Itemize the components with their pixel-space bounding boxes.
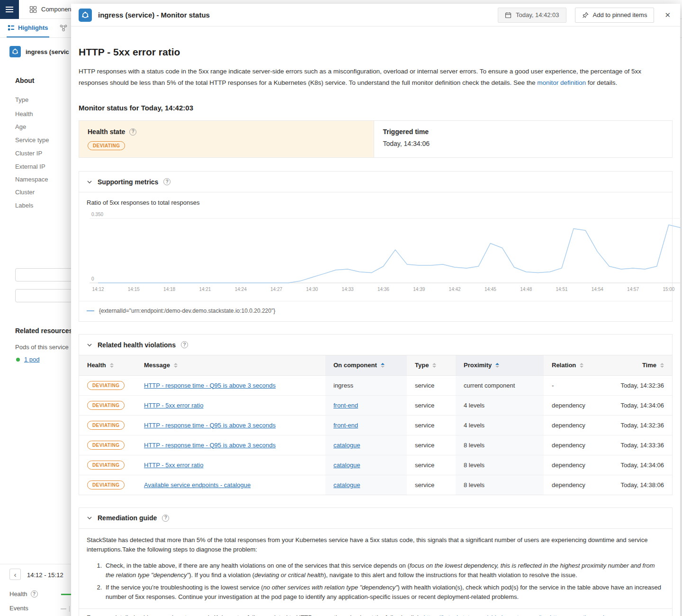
table-row: DEVIATING HTTP - response time - Q95 is …: [79, 415, 672, 435]
pod-link[interactable]: 1 pod: [24, 356, 40, 363]
help-icon[interactable]: ?: [31, 590, 38, 598]
table-row: DEVIATING HTTP - response time - Q95 is …: [79, 435, 672, 455]
about-section-title: About: [15, 77, 34, 84]
relation-cell: dependency: [544, 415, 600, 435]
violation-message-link[interactable]: HTTP - response time - Q95 is above 3 se…: [144, 422, 276, 429]
svg-text:14:48: 14:48: [520, 287, 532, 292]
remediation-steps: Check, in the table above, if there are …: [87, 561, 664, 602]
add-to-pinned-button[interactable]: Add to pinned items: [575, 8, 655, 23]
monitor-description: HTTP responses with a status code in the…: [79, 66, 673, 89]
table-row: DEVIATING HTTP - response time - Q95 is …: [79, 375, 672, 395]
timeline-range: 14:12 - 15:12: [27, 571, 63, 579]
hamburger-icon: [6, 7, 13, 8]
service-icon: [9, 46, 21, 57]
tab-highlights-label: Highlights: [18, 24, 48, 31]
component-link[interactable]: catalogue: [333, 462, 360, 469]
column-header-health[interactable]: Health: [79, 355, 136, 375]
proximity-cell: 8 levels: [456, 455, 544, 475]
time-cell: Today, 14:33:36: [600, 435, 672, 455]
modal-title: ingress (service) - Monitor status: [98, 11, 210, 19]
message-cell: Available service endpoints - catalogue: [136, 475, 325, 495]
timeline-divider: [0, 564, 71, 564]
proximity-cell: 4 levels: [456, 415, 544, 435]
svg-text:14:12: 14:12: [92, 287, 104, 292]
svg-text:14:15: 14:15: [128, 287, 140, 292]
pod-row: 1 pod: [16, 356, 40, 363]
related-resources-title: Related resources: [15, 327, 72, 335]
svg-text:14:45: 14:45: [485, 287, 496, 292]
related-violations-header[interactable]: Related health violations ?: [79, 335, 672, 355]
component-title: ingress (servic: [26, 48, 69, 55]
supporting-metrics-section: Supporting metrics ? Ratio of 5xx respon…: [79, 171, 673, 322]
column-header-time[interactable]: Time: [600, 355, 672, 375]
proximity-cell: 8 levels: [456, 475, 544, 495]
monitor-definition-link[interactable]: monitor definition: [537, 79, 586, 86]
svg-text:14:36: 14:36: [377, 287, 389, 292]
chart-title: Ratio of 5xx responses to total response…: [87, 199, 664, 206]
column-header-type[interactable]: Type: [407, 355, 456, 375]
column-header-relation[interactable]: Relation: [544, 355, 600, 375]
remediation-intro: StackState has detected that more than 5…: [87, 535, 664, 554]
sort-icon: [174, 363, 178, 368]
help-icon[interactable]: ?: [181, 341, 188, 348]
remediation-header[interactable]: Remediation guide ?: [79, 508, 672, 529]
violation-message-link[interactable]: Available service endpoints - catalogue: [144, 481, 251, 489]
relation-cell: dependency: [544, 475, 600, 495]
column-header-proximity[interactable]: Proximity: [456, 355, 544, 375]
close-icon[interactable]: ✕: [663, 9, 673, 21]
proximity-cell: 8 levels: [456, 435, 544, 455]
deviating-badge: DEVIATING: [87, 421, 125, 430]
violation-message-link[interactable]: HTTP - response time - Q95 is above 3 se…: [144, 442, 276, 449]
message-cell: HTTP - 5xx error ratio: [136, 395, 325, 415]
remediation-doc-link[interactable]: https://l.stackstate.com/ui-kubernetes-m…: [424, 614, 616, 616]
proximity-cell: 4 levels: [456, 395, 544, 415]
chevron-down-icon: [87, 342, 92, 348]
components-nav[interactable]: Components: [29, 6, 76, 13]
violation-message-link[interactable]: HTTP - response time - Q95 is above 3 se…: [144, 382, 276, 389]
help-icon[interactable]: ?: [129, 128, 136, 136]
relation-cell: -: [544, 375, 600, 395]
field-label-namespace: Namespace: [15, 176, 48, 183]
svg-text:14:24: 14:24: [235, 287, 247, 292]
svg-text:14:42: 14:42: [449, 287, 461, 292]
deviating-badge: DEVIATING: [87, 480, 125, 489]
health-cell: DEVIATING: [79, 455, 136, 475]
component-cell: catalogue: [325, 475, 407, 495]
column-header-on-component[interactable]: On component: [325, 355, 407, 375]
supporting-metrics-header[interactable]: Supporting metrics ?: [79, 172, 672, 192]
component-link[interactable]: front-end: [333, 402, 358, 409]
hamburger-menu-button[interactable]: [0, 0, 19, 19]
datetime-picker-button[interactable]: Today, 14:42:03: [498, 8, 566, 23]
field-label-cluster-ip: Cluster IP: [15, 150, 42, 157]
violation-message-link[interactable]: HTTP - 5xx error ratio: [144, 462, 203, 469]
component-link[interactable]: catalogue: [333, 442, 360, 449]
message-cell: HTTP - response time - Q95 is above 3 se…: [136, 415, 325, 435]
sort-icon: [432, 363, 436, 368]
description-text-tail: for details.: [586, 79, 617, 86]
health-dot: [16, 358, 20, 362]
tab-topology[interactable]: [59, 19, 68, 37]
component-link[interactable]: catalogue: [333, 481, 360, 489]
proximity-cell: current component: [456, 375, 544, 395]
triggered-time-value: Today, 14:34:06: [383, 140, 430, 147]
svg-text:15:00: 15:00: [663, 287, 674, 292]
violation-message-link[interactable]: HTTP - 5xx error ratio: [144, 402, 203, 409]
tab-highlights[interactable]: Highlights: [7, 19, 49, 37]
column-header-message[interactable]: Message: [136, 355, 325, 375]
help-icon[interactable]: ?: [163, 178, 170, 185]
metrics-line-chart: 0.350014:1214:1514:1814:2114:2414:2714:3…: [87, 211, 681, 296]
svg-text:0: 0: [91, 276, 94, 281]
component-cell: catalogue: [325, 435, 407, 455]
component-cell: ingress: [325, 375, 407, 395]
service-icon: [79, 9, 92, 22]
svg-text:14:30: 14:30: [306, 287, 318, 292]
timeline-prev-button[interactable]: ‹: [9, 569, 21, 580]
help-icon[interactable]: ?: [162, 515, 169, 522]
field-label-cluster: Cluster: [15, 189, 35, 196]
component-link[interactable]: front-end: [333, 422, 358, 429]
time-cell: Today, 14:34:06: [600, 395, 672, 415]
type-cell: service: [407, 455, 456, 475]
health-cell: DEVIATING: [79, 435, 136, 455]
table-row: DEVIATING HTTP - 5xx error ratio front-e…: [79, 395, 672, 415]
component-header[interactable]: ingress (servic: [9, 46, 69, 57]
